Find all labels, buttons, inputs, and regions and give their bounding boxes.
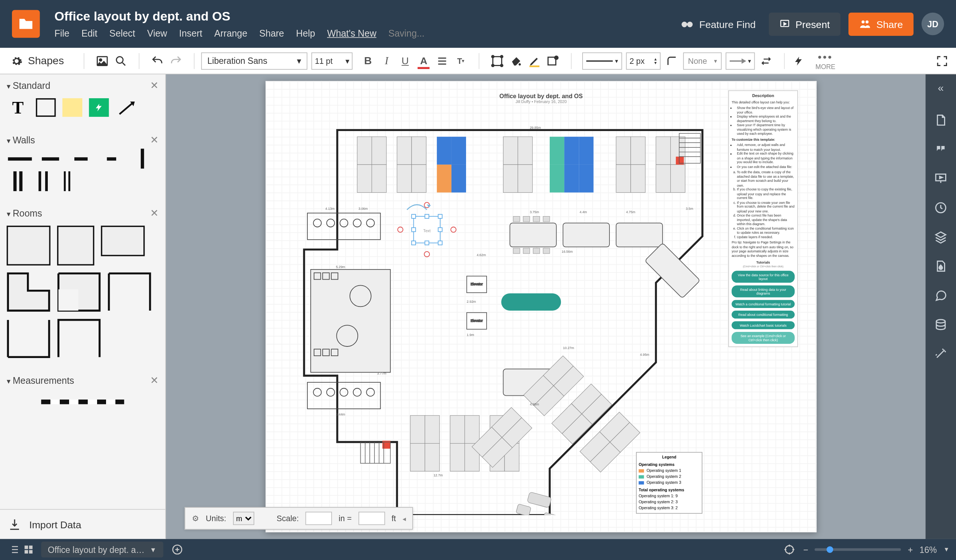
fill-button[interactable] [509,53,523,68]
document-title[interactable]: Office layout by dept. and OS [55,9,425,24]
bold-button[interactable]: B [361,53,375,68]
tutorial-link[interactable]: Watch a conditional formatting tutorial [731,300,795,308]
menu-file[interactable]: File [55,28,69,38]
room-shape[interactable] [7,226,50,265]
font-select[interactable]: Liberation Sans▾ [201,52,307,69]
list-view-button[interactable] [7,542,21,557]
menu-insert[interactable]: Insert [179,28,202,38]
more-button[interactable]: ••• MORE [816,51,835,71]
page[interactable]: Office layout by dept. and OS Jill Duffy… [266,81,817,532]
canvas[interactable]: Office layout by dept. and OS Jill Duffy… [166,74,925,539]
sticky-note-shape[interactable] [62,98,82,117]
wall-shape[interactable] [7,153,33,165]
room-shape[interactable] [57,272,101,312]
close-icon[interactable]: ✕ [150,80,159,91]
wall-shape[interactable] [68,153,94,165]
start-arrow-select[interactable]: None▾ [683,52,722,69]
line-shape-button[interactable] [665,53,679,68]
shapes-toggle[interactable]: Shapes [11,55,73,67]
history-button[interactable] [934,201,948,215]
menu-view[interactable]: View [147,28,167,38]
tutorial-link[interactable]: View the data source for this office lay… [731,271,795,282]
room-shape[interactable] [7,272,50,312]
gear-icon[interactable]: ⚙ [192,514,200,523]
chat-button[interactable] [934,288,948,303]
swap-arrows-button[interactable] [759,53,774,68]
import-data-button[interactable]: Import Data [0,509,165,539]
magic-button[interactable] [934,347,948,361]
collapse-dock-button[interactable]: « [938,82,944,94]
lightning-button[interactable] [792,53,806,68]
fullscreen-button[interactable] [935,53,949,68]
menu-share[interactable]: Share [259,28,284,38]
align-button[interactable] [435,53,450,68]
room-shape[interactable] [108,272,151,312]
menu-whats-new[interactable]: What's New [327,28,376,38]
ruler-shape[interactable] [41,400,124,404]
menu-edit[interactable]: Edit [82,28,97,38]
zoom-slider[interactable] [815,548,901,551]
wall-shape[interactable] [64,171,71,191]
description-panel[interactable]: Description This detailed office layout … [728,90,798,347]
theme-button[interactable] [934,259,948,273]
italic-button[interactable]: I [379,53,394,68]
font-size-select[interactable]: 11 pt▾ [311,52,352,69]
zoom-fit-button[interactable] [782,542,797,557]
grid-view-button[interactable] [21,542,36,557]
wall-shape[interactable] [13,171,23,191]
tutorial-link[interactable]: Read about linking data to your diagrams [731,285,795,297]
tutorial-link[interactable]: See an example (Cmd+click or Ctrl+click … [731,332,795,344]
arrow-shape[interactable] [115,98,138,118]
menu-select[interactable]: Select [109,28,135,38]
shape-options-button[interactable] [546,53,561,68]
close-icon[interactable]: ✕ [150,375,159,386]
search-button[interactable] [113,53,128,68]
stroke-width-input[interactable]: 2 px▲▼ [626,52,660,69]
present-panel-button[interactable] [934,171,948,186]
underline-button[interactable]: U [398,53,412,68]
zoom-out-button[interactable]: − [803,545,808,555]
share-button[interactable]: Share [848,12,914,36]
text-color-button[interactable]: A [417,53,431,68]
line-style-select[interactable]: ▾ [583,52,623,69]
zoom-level[interactable]: 16% [920,545,937,555]
page-settings-button[interactable] [934,113,948,127]
fit-button[interactable] [490,53,505,68]
scale-in-input[interactable] [305,512,332,525]
section-rooms[interactable]: Rooms [7,207,42,218]
tutorial-link[interactable]: Watch Lucidchart basic tutorials [731,321,795,329]
close-icon[interactable]: ✕ [150,207,159,219]
floorplan[interactable]: Text [284,124,722,515]
wall-shape[interactable] [38,171,48,191]
section-standard[interactable]: Standard [7,80,50,91]
feature-find-button[interactable]: Feature Find [681,17,756,31]
scale-ft-input[interactable] [358,512,385,525]
section-measurements[interactable]: Measurements [7,375,74,385]
app-logo[interactable] [12,10,40,38]
section-walls[interactable]: Walls [7,135,35,145]
redo-button[interactable] [169,53,183,68]
room-shape[interactable] [101,226,145,256]
tutorial-link[interactable]: Read about conditional formatting [731,311,795,318]
rect-shape[interactable] [36,98,56,117]
bolt-shape[interactable] [89,98,108,117]
wall-shape[interactable] [37,153,64,165]
units-select[interactable]: m [233,512,254,525]
menu-help[interactable]: Help [296,28,315,38]
add-page-button[interactable] [170,542,184,557]
comments-button[interactable] [934,142,948,157]
zoom-in-button[interactable]: + [908,545,913,555]
undo-button[interactable] [150,53,165,68]
text-size-button[interactable]: T▾ [454,53,468,68]
end-arrow-select[interactable]: ▾ [726,52,755,69]
image-button[interactable] [95,53,110,68]
scale-toolbar[interactable]: ⚙ Units: m Scale: in = ft ◂ [184,507,413,529]
room-shape[interactable] [57,318,101,358]
user-avatar[interactable]: JD [921,13,944,35]
close-icon[interactable]: ✕ [150,134,159,146]
room-shape[interactable] [57,226,94,265]
border-color-button[interactable] [527,53,542,68]
room-shape[interactable] [7,318,50,358]
layers-button[interactable] [934,230,948,244]
page-tab[interactable]: Office layout by dept. a… ▼ [41,542,163,558]
